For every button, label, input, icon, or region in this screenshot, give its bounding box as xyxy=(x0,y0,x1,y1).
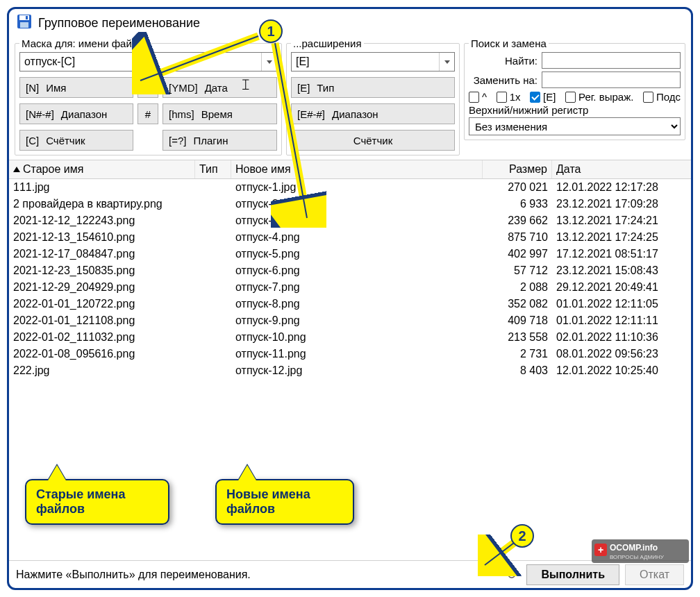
replace-input[interactable] xyxy=(542,72,681,88)
cell-new-name: отпуск-6.png xyxy=(231,262,483,279)
watermark: + OCOMP.info ВОПРОСЫ АДМИНУ xyxy=(592,539,689,565)
cell-size: 6 933 xyxy=(483,196,552,212)
table-row[interactable]: 2022-01-01_121108.pngотпуск-9.png409 718… xyxy=(9,312,691,329)
cell-size: 239 662 xyxy=(483,212,552,229)
rollback-button[interactable]: Откат xyxy=(625,564,684,585)
column-header-date[interactable]: Дата xyxy=(552,160,691,178)
table-row[interactable]: 2022-01-01_120722.pngотпуск-8.png352 082… xyxy=(9,296,691,312)
cell-new-name: отпуск-12.jpg xyxy=(231,362,483,379)
token-time-button[interactable]: [hms]Время xyxy=(162,103,277,124)
column-header-old-name[interactable]: Старое имя xyxy=(9,160,195,178)
mask-extension-legend: ...расширения xyxy=(291,37,364,49)
checkbox-substitute[interactable] xyxy=(643,92,653,103)
cell-old-name: 2022-01-02_111032.png xyxy=(9,329,195,346)
mask-filename-input-wrap[interactable] xyxy=(19,52,277,72)
mask-filename-group: Маска для: имени файла [N]Имя ± [YMD]Дат… xyxy=(15,37,282,155)
mask-extension-group: ...расширения [E]Тип [E#-#]Диапазон Счёт… xyxy=(286,37,460,155)
table-row[interactable]: 2021-12-29_204929.pngотпуск-7.png2 08829… xyxy=(9,279,691,296)
cell-new-name: отпуск-8.png xyxy=(231,296,483,312)
token-plugin-button[interactable]: [=?]Плагин xyxy=(162,130,277,151)
find-label: Найти: xyxy=(469,55,538,67)
cell-new-name: отпуск-11.png xyxy=(231,346,483,362)
table-header: Старое имя Тип Новое имя Размер Дата xyxy=(9,160,691,179)
cell-date: 08.01.2022 09:56:23 xyxy=(552,346,691,362)
cell-old-name: 2021-12-29_204929.png xyxy=(9,279,195,296)
checkbox-extension[interactable] xyxy=(530,92,540,103)
column-header-new-name[interactable]: Новое имя xyxy=(231,160,483,178)
undo-icon[interactable]: ↻ xyxy=(502,567,521,582)
table-row[interactable]: 2021-12-23_150835.pngотпуск-6.png57 7122… xyxy=(9,262,691,279)
checkbox-regex[interactable] xyxy=(565,92,576,103)
file-list[interactable]: 111.jpgотпуск-1.jpg270 02112.01.2022 12:… xyxy=(9,179,691,379)
annotation-callout-new-names: Новые имена файлов xyxy=(215,479,354,525)
cell-new-name: отпуск-10.png xyxy=(231,329,483,346)
cell-type xyxy=(195,212,231,229)
mask-extension-input-wrap[interactable] xyxy=(291,52,455,72)
token-name-button[interactable]: [N]Имя xyxy=(19,77,133,98)
cell-new-name: отпуск-4.png xyxy=(231,229,483,246)
cell-type xyxy=(195,279,231,296)
token-date-button[interactable]: [YMD]Дата xyxy=(162,77,277,98)
table-row[interactable]: 2021-12-12_122243.pngотпуск-3.png239 662… xyxy=(9,212,691,229)
cell-type xyxy=(195,246,231,262)
annotation-badge-1: 1 xyxy=(259,19,283,43)
token-ext-counter-button[interactable]: Счётчик xyxy=(291,130,455,151)
token-counter-button[interactable]: [C]Счётчик xyxy=(19,130,133,151)
checkbox-once[interactable] xyxy=(497,92,507,103)
token-hash-button[interactable]: # xyxy=(138,103,158,124)
mask-filename-input[interactable] xyxy=(20,53,261,71)
case-label: Верхний/нижний регистр xyxy=(469,104,681,116)
cell-date: 12.01.2022 12:17:28 xyxy=(552,179,691,196)
cell-size: 213 558 xyxy=(483,329,552,346)
mask-extension-input[interactable] xyxy=(292,53,439,71)
cell-date: 02.01.2022 11:10:36 xyxy=(552,329,691,346)
status-hint: Нажмите «Выполнить» для переименования. xyxy=(16,569,251,581)
cell-type xyxy=(195,262,231,279)
table-row[interactable]: 2022-01-08_095616.pngотпуск-11.png2 7310… xyxy=(9,346,691,362)
replace-label: Заменить на: xyxy=(469,74,538,86)
cell-type xyxy=(195,179,231,196)
cell-old-name: 2 провайдера в квартиру.png xyxy=(9,196,195,212)
cell-new-name: отпуск-9.png xyxy=(231,312,483,329)
token-ext-range-button[interactable]: [E#-#]Диапазон xyxy=(291,103,455,124)
token-range-button[interactable]: [N#-#]Диапазон xyxy=(19,103,133,124)
cell-type xyxy=(195,312,231,329)
cell-new-name: отпуск-5.png xyxy=(231,246,483,262)
mask-extension-dropdown[interactable] xyxy=(439,53,454,71)
cell-date: 13.12.2021 17:24:25 xyxy=(552,229,691,246)
cell-new-name: отпуск-7.png xyxy=(231,279,483,296)
token-plusminus-button[interactable]: ± xyxy=(138,77,158,98)
cell-date: 13.12.2021 17:24:21 xyxy=(552,212,691,229)
cell-size: 57 712 xyxy=(483,262,552,279)
cell-new-name: отпуск-2.png xyxy=(231,196,483,212)
cell-type xyxy=(195,329,231,346)
token-ext-type-button[interactable]: [E]Тип xyxy=(291,77,455,98)
cell-old-name: 111.jpg xyxy=(9,179,195,196)
cell-date: 23.12.2021 15:08:43 xyxy=(552,262,691,279)
cell-old-name: 2021-12-13_154610.png xyxy=(9,229,195,246)
table-row[interactable]: 2021-12-17_084847.pngотпуск-5.png402 997… xyxy=(9,246,691,262)
find-input[interactable] xyxy=(542,52,681,69)
svg-rect-3 xyxy=(26,16,28,19)
svg-text:+: + xyxy=(598,544,603,555)
mask-filename-dropdown[interactable] xyxy=(261,53,276,71)
cell-type xyxy=(195,196,231,212)
cell-size: 409 718 xyxy=(483,312,552,329)
annotation-badge-2: 2 xyxy=(510,524,534,548)
case-select[interactable]: Без изменения xyxy=(469,117,681,135)
column-header-type[interactable]: Тип xyxy=(195,160,231,178)
checkbox-caret[interactable] xyxy=(469,92,479,103)
execute-button[interactable]: Выполнить xyxy=(526,564,619,585)
search-replace-group: Поиск и замена Найти: Заменить на: ^ 1x … xyxy=(464,37,685,140)
table-row[interactable]: 222.jpgотпуск-12.jpg8 40312.01.2022 10:2… xyxy=(9,362,691,379)
column-header-size[interactable]: Размер xyxy=(483,160,552,178)
mask-filename-legend: Маска для: имени файла xyxy=(19,37,146,49)
save-icon xyxy=(16,13,33,33)
table-row[interactable]: 111.jpgотпуск-1.jpg270 02112.01.2022 12:… xyxy=(9,179,691,196)
table-row[interactable]: 2021-12-13_154610.pngотпуск-4.png875 710… xyxy=(9,229,691,246)
search-replace-legend: Поиск и замена xyxy=(469,37,549,49)
table-row[interactable]: 2 провайдера в квартиру.pngотпуск-2.png6… xyxy=(9,196,691,212)
table-row[interactable]: 2022-01-02_111032.pngотпуск-10.png213 55… xyxy=(9,329,691,346)
cell-size: 8 403 xyxy=(483,362,552,379)
status-bar: Нажмите «Выполнить» для переименования. … xyxy=(9,560,691,588)
